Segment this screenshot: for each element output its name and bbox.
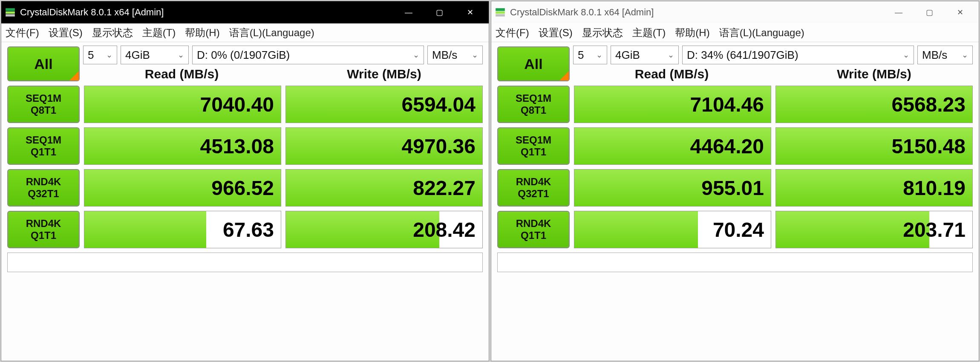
drive-select[interactable]: D: 0% (0/1907GiB)⌄: [192, 46, 424, 64]
write-value: 5150.48: [891, 135, 966, 158]
test-button[interactable]: SEQ1MQ8T1: [7, 86, 80, 123]
close-button[interactable]: ✕: [455, 1, 485, 23]
test-button[interactable]: RND4KQ32T1: [7, 169, 80, 207]
menubar: 文件(F)设置(S)显示状态主题(T)帮助(H)语言(L)(Language): [1, 23, 489, 42]
test-label-1: SEQ1M: [26, 134, 61, 146]
menu-item[interactable]: 主题(T): [632, 26, 666, 40]
unit-select[interactable]: MB/s⌄: [917, 46, 973, 64]
read-value: 7040.40: [200, 93, 274, 116]
test-size-select[interactable]: 4GiB⌄: [611, 46, 679, 64]
titlebar[interactable]: CrystalDiskMark 8.0.1 x64 [Admin]—▢✕: [1, 1, 489, 23]
window-title: CrystalDiskMark 8.0.1 x64 [Admin]: [20, 7, 389, 18]
chevron-down-icon: ⌄: [596, 50, 602, 60]
read-value: 70.24: [713, 218, 764, 241]
status-bar: [497, 253, 973, 272]
test-label-2: Q1T1: [31, 146, 56, 158]
all-button[interactable]: All: [7, 46, 80, 81]
write-header: Write (MB/s): [285, 67, 483, 81]
read-value-cell: 7040.40: [84, 86, 281, 123]
svg-rect-1: [6, 11, 15, 14]
test-label-2: Q1T1: [31, 230, 56, 241]
test-button[interactable]: SEQ1MQ1T1: [7, 127, 80, 165]
write-value: 6568.23: [891, 93, 966, 116]
test-size-select[interactable]: 4GiB⌄: [121, 46, 189, 64]
read-value: 955.01: [701, 176, 764, 200]
read-value-cell: 955.01: [574, 169, 771, 207]
menu-item[interactable]: 文件(F): [496, 26, 529, 40]
drive-select[interactable]: D: 34% (641/1907GiB)⌄: [682, 46, 914, 64]
window-controls: —▢✕: [393, 1, 485, 23]
controls-row: All5⌄4GiB⌄D: 34% (641/1907GiB)⌄MB/s⌄Read…: [497, 46, 973, 83]
test-button[interactable]: RND4KQ32T1: [497, 169, 570, 207]
menu-item[interactable]: 帮助(H): [185, 26, 219, 40]
read-value: 67.63: [223, 218, 274, 241]
read-value: 4513.08: [200, 135, 274, 158]
menu-item[interactable]: 主题(T): [142, 26, 176, 40]
read-value-cell: 966.52: [84, 169, 281, 207]
app-window: CrystalDiskMark 8.0.1 x64 [Admin]—▢✕文件(F…: [491, 1, 979, 361]
menu-item[interactable]: 帮助(H): [675, 26, 709, 40]
test-label-2: Q32T1: [28, 188, 59, 200]
menu-item[interactable]: 显示状态: [582, 26, 623, 40]
top-right: 5⌄4GiB⌄D: 0% (0/1907GiB)⌄MB/s⌄Read (MB/s…: [83, 46, 483, 81]
titlebar[interactable]: CrystalDiskMark 8.0.1 x64 [Admin]—▢✕: [491, 1, 979, 23]
write-value-cell: 6594.04: [285, 86, 483, 123]
minimize-button[interactable]: —: [883, 1, 914, 23]
chevron-down-icon: ⌄: [413, 50, 419, 60]
write-value-cell: 4970.36: [285, 127, 483, 165]
test-button[interactable]: RND4KQ1T1: [497, 211, 570, 248]
write-value: 208.42: [413, 218, 476, 241]
results-grid: SEQ1MQ8T17040.406594.04SEQ1MQ1T14513.084…: [7, 86, 483, 248]
test-label-2: Q1T1: [521, 230, 546, 241]
test-label-1: RND4K: [516, 176, 551, 188]
write-value-cell: 6568.23: [775, 86, 973, 123]
write-value: 822.27: [413, 176, 476, 200]
select-value: 4GiB: [615, 49, 640, 62]
column-headers: Read (MB/s)Write (MB/s): [83, 67, 483, 81]
read-value-cell: 7104.46: [574, 86, 771, 123]
menu-item[interactable]: 设置(S): [49, 26, 83, 40]
menu-item[interactable]: 语言(L)(Language): [719, 26, 804, 40]
select-value: 5: [578, 49, 584, 62]
test-label-1: SEQ1M: [516, 134, 551, 146]
menu-item[interactable]: 语言(L)(Language): [229, 26, 314, 40]
read-header: Read (MB/s): [573, 67, 770, 81]
svg-rect-4: [496, 11, 505, 14]
test-label-2: Q8T1: [31, 104, 56, 116]
svg-rect-0: [6, 8, 15, 11]
write-value-cell: 810.19: [775, 169, 973, 207]
close-button[interactable]: ✕: [945, 1, 975, 23]
app-icon: [495, 7, 506, 18]
maximize-button[interactable]: ▢: [914, 1, 945, 23]
menu-item[interactable]: 显示状态: [92, 26, 133, 40]
test-button[interactable]: RND4KQ1T1: [7, 211, 80, 248]
all-button[interactable]: All: [497, 46, 570, 81]
chevron-down-icon: ⌄: [178, 50, 184, 60]
results-grid: SEQ1MQ8T17104.466568.23SEQ1MQ1T14464.205…: [497, 86, 973, 248]
menubar: 文件(F)设置(S)显示状态主题(T)帮助(H)语言(L)(Language): [491, 23, 979, 42]
maximize-button[interactable]: ▢: [424, 1, 455, 23]
read-value-cell: 70.24: [574, 211, 771, 248]
menu-item[interactable]: 设置(S): [539, 26, 573, 40]
select-value: D: 0% (0/1907GiB): [197, 49, 290, 62]
test-button[interactable]: SEQ1MQ8T1: [497, 86, 570, 123]
chevron-down-icon: ⌄: [903, 50, 909, 60]
test-count-select[interactable]: 5⌄: [83, 46, 117, 64]
unit-select[interactable]: MB/s⌄: [427, 46, 483, 64]
chevron-down-icon: ⌄: [106, 50, 112, 60]
status-bar: [7, 253, 483, 272]
selects-row: 5⌄4GiB⌄D: 34% (641/1907GiB)⌄MB/s⌄: [573, 46, 973, 64]
selects-row: 5⌄4GiB⌄D: 0% (0/1907GiB)⌄MB/s⌄: [83, 46, 483, 64]
minimize-button[interactable]: —: [393, 1, 424, 23]
fill-bar: [84, 211, 206, 248]
write-header: Write (MB/s): [775, 67, 973, 81]
test-count-select[interactable]: 5⌄: [573, 46, 607, 64]
test-label-1: RND4K: [26, 176, 61, 188]
write-value-cell: 822.27: [285, 169, 483, 207]
test-button[interactable]: SEQ1MQ1T1: [497, 127, 570, 165]
test-label-1: RND4K: [26, 218, 61, 230]
chevron-down-icon: ⌄: [668, 50, 674, 60]
menu-item[interactable]: 文件(F): [6, 26, 39, 40]
select-value: MB/s: [922, 49, 947, 62]
select-value: MB/s: [432, 49, 457, 62]
